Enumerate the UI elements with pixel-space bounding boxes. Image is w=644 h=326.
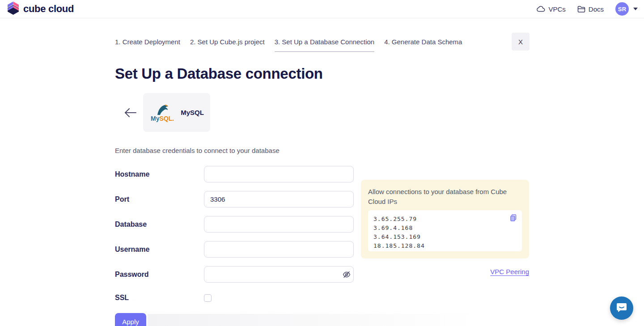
chevron-down-icon[interactable] <box>633 8 638 10</box>
password-label: Password <box>115 271 149 279</box>
database-field[interactable] <box>204 216 354 233</box>
cloud-icon <box>537 6 545 12</box>
nav-link-docs[interactable]: Docs <box>577 5 604 13</box>
avatar[interactable]: SR <box>615 2 629 16</box>
vpc-peering-link[interactable]: VPC Peering <box>490 268 529 275</box>
top-navbar: cube cloud VPCs Docs <box>0 0 644 18</box>
apply-button[interactable]: Apply <box>115 313 146 326</box>
ip-address: 3.69.4.168 <box>373 224 517 233</box>
nav-link-vpcs[interactable]: VPCs <box>537 5 565 13</box>
wizard-steps: 1. Create Deployment 2. Set Up Cube.js p… <box>115 38 462 52</box>
form-row-hostname: Hostname <box>115 166 354 183</box>
page-title: Set Up a Database connection <box>115 65 323 82</box>
form-row-database: Database <box>115 216 354 233</box>
form-row-port: Port <box>115 191 354 208</box>
database-card-mysql[interactable]: MySQL. MySQL <box>143 93 210 132</box>
chat-bubble-icon <box>616 301 627 315</box>
navbar-right: VPCs Docs SR <box>537 2 638 16</box>
cube-cloud-app: cube cloud VPCs Docs <box>0 0 644 326</box>
step-create-deployment[interactable]: 1. Create Deployment <box>115 38 180 52</box>
form-row-password: Password <box>115 266 354 283</box>
account-menu[interactable]: SR <box>615 2 638 16</box>
port-field[interactable] <box>204 191 354 207</box>
mysql-logo-icon: MySQL. <box>149 104 175 121</box>
hostname-field[interactable] <box>204 166 354 182</box>
nav-link-label: VPCs <box>548 5 565 13</box>
folder-icon <box>577 6 585 13</box>
step-setup-cubejs-project[interactable]: 2. Set Up Cube.js project <box>190 38 265 52</box>
database-card-label: MySQL <box>181 109 204 116</box>
form-row-username: Username <box>115 241 354 258</box>
form-row-ssl: SSL <box>115 293 354 304</box>
ip-list-box: 3.65.255.79 3.69.4.168 3.64.153.169 18.1… <box>368 210 522 251</box>
mysql-wordmark: MySQL. <box>151 116 174 121</box>
username-label: Username <box>115 246 149 254</box>
copy-icon[interactable] <box>509 214 517 222</box>
step-setup-database-connection[interactable]: 3. Set Up a Database Connection <box>275 38 374 52</box>
port-label: Port <box>115 195 129 203</box>
ip-address: 3.64.153.169 <box>373 233 517 241</box>
brand-name: cube cloud <box>23 3 74 15</box>
hostname-label: Hostname <box>115 170 149 178</box>
step-generate-data-schema[interactable]: 4. Generate Data Schema <box>384 38 462 52</box>
database-label: Database <box>115 220 147 229</box>
ssl-checkbox[interactable] <box>204 294 212 302</box>
chat-launcher-button[interactable] <box>610 296 633 320</box>
brand-logo[interactable]: cube cloud <box>7 1 74 17</box>
nav-link-label: Docs <box>589 5 604 13</box>
modal-bottom-shadow <box>148 314 508 326</box>
ip-address: 18.185.128.84 <box>373 241 517 250</box>
ip-panel-message: Allow connections to your database from … <box>368 187 516 207</box>
password-field[interactable] <box>204 266 354 283</box>
close-wizard-button[interactable]: X <box>512 33 530 51</box>
ssl-label: SSL <box>115 294 129 302</box>
eye-off-icon[interactable] <box>342 270 351 279</box>
back-button[interactable] <box>123 105 139 121</box>
ip-allowlist-panel: Allow connections to your database from … <box>361 180 529 258</box>
username-field[interactable] <box>204 241 354 258</box>
cube-logo-icon <box>7 1 19 17</box>
form-subtitle: Enter database credentials to connect to… <box>115 147 280 154</box>
ip-address: 3.65.255.79 <box>373 215 517 224</box>
